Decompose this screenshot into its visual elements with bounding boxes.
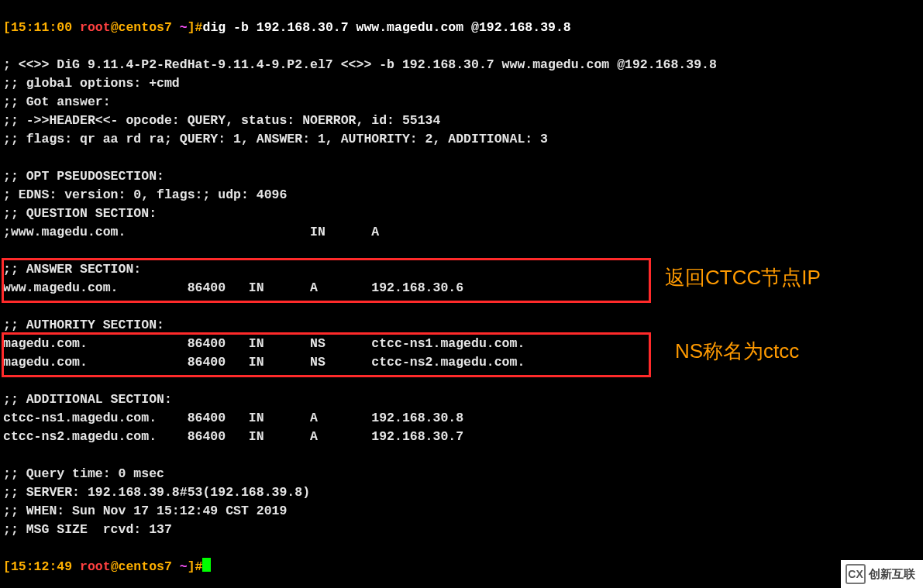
out-line: ;; Query time: 0 msec	[3, 466, 164, 481]
out-line: ;; SERVER: 192.168.39.8#53(192.168.39.8)	[3, 485, 310, 500]
out-line: ;; OPT PSEUDOSECTION:	[3, 169, 164, 184]
highlight-box-authority	[2, 332, 651, 377]
annotation-answer: 返回CTCC节点IP	[665, 268, 821, 287]
out-line: ctcc-ns1.magedu.com. 86400 IN A 192.168.…	[3, 411, 463, 425]
out-line: ;; ->>HEADER<<- opcode: QUERY, status: N…	[3, 113, 440, 128]
prompt-line-1: [15:11:00 root@centos7 ~]#dig -b 192.168…	[3, 20, 571, 35]
cursor	[202, 558, 211, 572]
out-line: ;; MSG SIZE rcvd: 137	[3, 522, 172, 537]
watermark-text: 创新互联	[869, 565, 915, 583]
watermark: CX 创新互联	[841, 560, 923, 588]
out-line: ctcc-ns2.magedu.com. 86400 IN A 192.168.…	[3, 429, 463, 444]
highlight-box-answer	[2, 258, 651, 303]
out-line: ;; QUESTION SECTION:	[3, 206, 157, 221]
prompt-line-2: [15:12:49 root@centos7 ~]#	[3, 559, 211, 574]
out-line: ;; ADDITIONAL SECTION:	[3, 392, 172, 407]
out-line: ; EDNS: version: 0, flags:; udp: 4096	[3, 187, 287, 202]
out-line: ;; AUTHORITY SECTION:	[3, 318, 164, 332]
annotation-authority: NS称名为ctcc	[675, 342, 799, 360]
out-line: ; <<>> DiG 9.11.4-P2-RedHat-9.11.4-9.P2.…	[3, 57, 717, 72]
out-line: ;; global options: +cmd	[3, 76, 180, 91]
out-line: ;www.magedu.com. IN A	[3, 225, 379, 239]
watermark-logo-icon: CX	[846, 564, 866, 584]
out-line: ;; WHEN: Sun Nov 17 15:12:49 CST 2019	[3, 504, 287, 518]
out-line: ;; Got answer:	[3, 95, 111, 109]
out-line: ;; flags: qr aa rd ra; QUERY: 1, ANSWER:…	[3, 132, 548, 146]
